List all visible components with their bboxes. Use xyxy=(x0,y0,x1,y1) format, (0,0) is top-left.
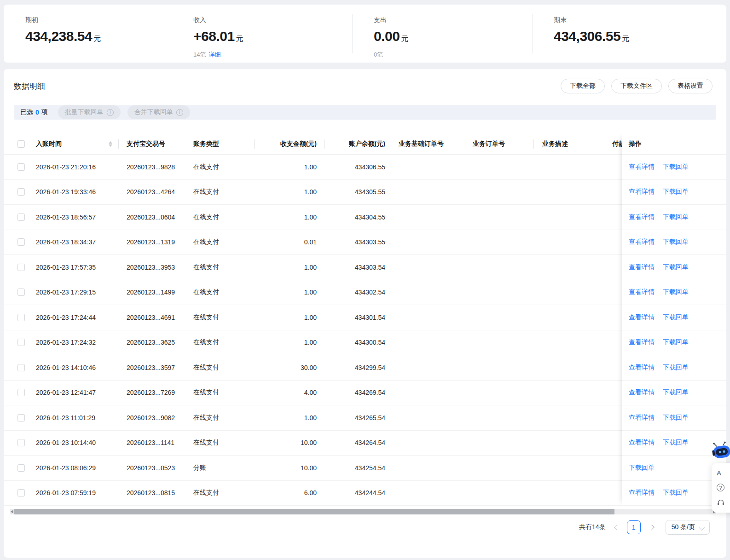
row-checkbox-cell xyxy=(14,280,30,305)
row-checkbox[interactable] xyxy=(17,188,25,196)
batch-download-receipt-button[interactable]: 批量下载回单 i xyxy=(58,105,121,119)
view-details-link[interactable]: 查看详情 xyxy=(629,213,655,221)
current-page-button[interactable]: 1 xyxy=(627,520,641,534)
row-checkbox[interactable] xyxy=(17,214,25,221)
page-size-select[interactable]: 50 条/页 xyxy=(666,520,710,535)
cell-description xyxy=(534,381,606,405)
cell-balance: 434269.54 xyxy=(324,381,393,405)
cell-entry-time: 2026-01-23 07:59:19 xyxy=(30,481,119,506)
row-checkbox[interactable] xyxy=(17,489,25,496)
summary-label: 支出 xyxy=(374,16,532,24)
selection-bar: 已选 0 项 批量下载回单 i 合并下载回单 i xyxy=(14,105,716,120)
sort-icon[interactable] xyxy=(109,141,112,147)
row-checkbox[interactable] xyxy=(17,238,25,246)
row-checkbox-cell xyxy=(14,355,30,380)
summary-subtext: 14笔详细 xyxy=(193,51,352,59)
row-checkbox[interactable] xyxy=(17,364,25,371)
row-checkbox[interactable] xyxy=(17,339,25,346)
cell-payment-note xyxy=(606,180,622,205)
table-row: 2026-01-23 10:14:4020260123...1141在线支付10… xyxy=(4,431,622,456)
cell-base-order-no xyxy=(393,481,465,506)
download-all-button[interactable]: 下载全部 xyxy=(561,79,605,93)
download-receipt-link[interactable]: 下载回单 xyxy=(663,288,689,296)
download-receipt-link[interactable]: 下载回单 xyxy=(663,313,689,322)
currency-unit: 元 xyxy=(622,35,629,42)
cell-transaction-no: 20260123...0815 xyxy=(119,481,186,506)
cell-payment-note xyxy=(606,431,622,456)
cell-account-type: 在线支付 xyxy=(186,405,255,430)
prev-page-button[interactable] xyxy=(615,525,619,529)
download-receipt-link[interactable]: 下载回单 xyxy=(663,388,689,397)
currency-unit: 元 xyxy=(93,35,101,42)
view-details-link[interactable]: 查看详情 xyxy=(629,338,655,346)
download-receipt-link[interactable]: 下载回单 xyxy=(663,414,689,422)
cell-order-no xyxy=(465,230,534,255)
row-checkbox-cell xyxy=(14,205,30,230)
table-row: 2026-01-23 17:29:1520260123...1499在线支付1.… xyxy=(4,280,622,306)
view-details-link[interactable]: 查看详情 xyxy=(629,163,655,171)
row-checkbox[interactable] xyxy=(17,314,25,321)
next-page-button[interactable] xyxy=(650,525,654,529)
row-checkbox[interactable] xyxy=(17,264,25,271)
assistant-a-button[interactable]: A xyxy=(717,469,730,477)
download-receipt-link[interactable]: 下载回单 xyxy=(663,489,689,497)
cell-balance: 434301.54 xyxy=(324,305,393,330)
download-receipt-link[interactable]: 下载回单 xyxy=(663,238,689,246)
view-details-link[interactable]: 查看详情 xyxy=(629,263,655,271)
row-checkbox[interactable] xyxy=(17,439,25,446)
cell-payment-note xyxy=(606,155,622,179)
cell-amount: 6.00 xyxy=(255,481,324,506)
cell-transaction-no: 20260123...0604 xyxy=(119,205,186,230)
row-checkbox[interactable] xyxy=(17,414,25,421)
download-file-area-button[interactable]: 下载文件区 xyxy=(611,79,662,93)
download-receipt-link[interactable]: 下载回单 xyxy=(663,263,689,271)
cell-base-order-no xyxy=(393,355,465,380)
download-receipt-link[interactable]: 下载回单 xyxy=(663,163,689,171)
download-receipt-link[interactable]: 下载回单 xyxy=(629,464,655,472)
view-details-link[interactable]: 查看详情 xyxy=(629,364,655,372)
cell-account-type: 在线支付 xyxy=(186,431,255,456)
download-receipt-link[interactable]: 下载回单 xyxy=(663,188,689,196)
view-details-link[interactable]: 查看详情 xyxy=(629,313,655,322)
cell-description xyxy=(534,280,606,305)
table-row: 2026-01-23 11:01:2920260123...9082在线支付1.… xyxy=(4,405,622,431)
view-details-link[interactable]: 查看详情 xyxy=(629,388,655,397)
download-receipt-link[interactable]: 下载回单 xyxy=(663,364,689,372)
summary-income: 收入 +68.01元 14笔详细 xyxy=(172,5,352,63)
help-icon[interactable]: ? xyxy=(717,484,730,491)
headset-support-icon[interactable] xyxy=(717,498,730,507)
row-checkbox[interactable] xyxy=(17,389,25,396)
download-receipt-link[interactable]: 下载回单 xyxy=(663,338,689,346)
row-checkbox[interactable] xyxy=(17,163,25,171)
table-settings-button[interactable]: 表格设置 xyxy=(668,79,713,93)
cell-entry-time: 2026-01-23 18:56:57 xyxy=(30,205,119,230)
cell-account-type: 在线支付 xyxy=(186,280,255,305)
income-detail-link[interactable]: 详细 xyxy=(209,51,220,58)
download-receipt-link[interactable]: 下载回单 xyxy=(663,213,689,221)
summary-value: +68.01元 xyxy=(193,29,352,46)
merge-download-receipt-button[interactable]: 合并下载回单 i xyxy=(127,105,190,119)
table-body: 2026-01-23 21:20:1620260123...9828在线支付1.… xyxy=(4,155,622,506)
row-checkbox-cell xyxy=(14,456,30,480)
view-details-link[interactable]: 查看详情 xyxy=(629,288,655,296)
cell-account-type: 在线支付 xyxy=(186,305,255,330)
download-receipt-link[interactable]: 下载回单 xyxy=(663,439,689,447)
robot-assistant-icon[interactable] xyxy=(710,439,730,463)
scroll-left-arrow-icon[interactable] xyxy=(11,510,13,514)
view-details-link[interactable]: 查看详情 xyxy=(629,188,655,196)
cell-payment-note xyxy=(606,456,622,480)
row-checkbox[interactable] xyxy=(17,464,25,472)
view-details-link[interactable]: 查看详情 xyxy=(629,489,655,497)
cell-order-no xyxy=(465,330,534,355)
row-checkbox[interactable] xyxy=(17,289,25,296)
cell-order-no xyxy=(465,305,534,330)
scrollbar-thumb[interactable] xyxy=(14,509,614,514)
view-details-link[interactable]: 查看详情 xyxy=(629,439,655,447)
cell-transaction-no: 20260123...1319 xyxy=(119,230,186,255)
view-details-link[interactable]: 查看详情 xyxy=(629,238,655,246)
view-details-link[interactable]: 查看详情 xyxy=(629,414,655,422)
cell-entry-time: 2026-01-23 19:33:46 xyxy=(30,180,119,205)
horizontal-scrollbar[interactable] xyxy=(10,509,716,514)
select-all-checkbox[interactable] xyxy=(17,140,25,148)
cell-account-type: 分账 xyxy=(186,456,255,480)
